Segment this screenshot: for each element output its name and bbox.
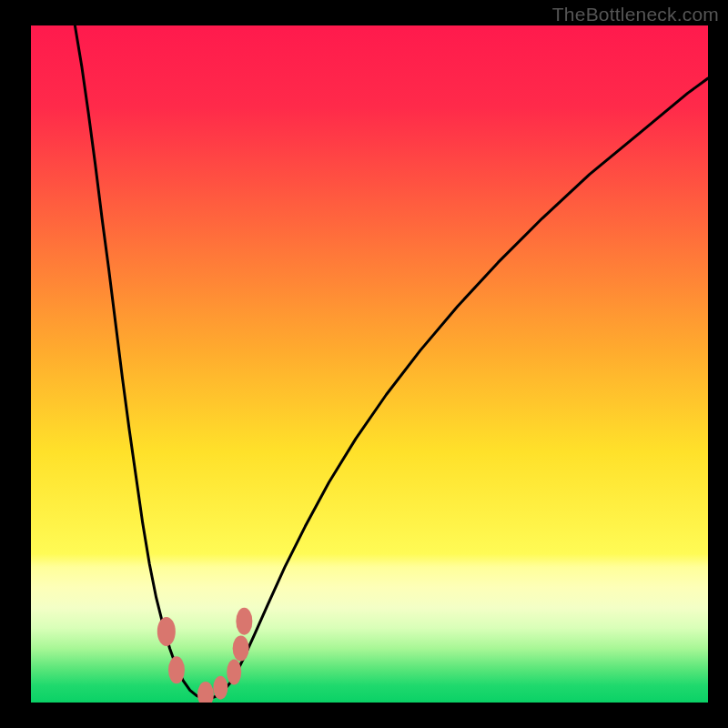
curve-marker [213,676,228,700]
plot-area [31,25,708,703]
curve-marker [233,635,249,661]
curve-marker [227,660,241,685]
gradient-background [31,25,708,703]
curve-marker [236,608,252,635]
chart-svg [31,25,708,703]
chart-frame: TheBottleneck.com [0,0,728,728]
curve-marker [168,656,185,683]
curve-marker [157,617,176,646]
watermark-text: TheBottleneck.com [552,4,719,25]
